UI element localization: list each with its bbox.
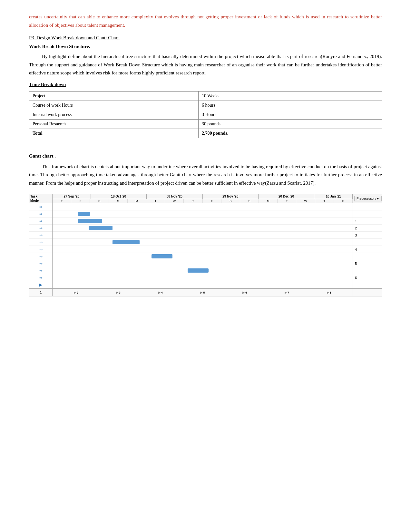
gantt-mode-icon: ⇒: [29, 267, 53, 274]
gantt-row: ⇒3: [29, 232, 382, 239]
breakdown-label: Project: [29, 91, 199, 101]
gantt-row: ⇒: [29, 253, 382, 260]
gantt-timeline-cell: [53, 246, 353, 253]
gantt-bar: [78, 219, 102, 223]
gantt-date-header: 29 Nov '20: [203, 194, 259, 199]
predecessors-label: Predecessors: [357, 197, 376, 200]
gantt-row: ⇒6: [29, 274, 382, 281]
gantt-day-cell: W: [296, 199, 315, 203]
breakdown-value: 3 Hours: [199, 110, 382, 119]
gantt-day-cell: F: [203, 199, 221, 203]
gantt-day-cell: W: [165, 199, 184, 203]
gantt-predecessor-cell: [353, 203, 382, 210]
gantt-predecessor-cell: 3: [353, 232, 382, 239]
gantt-timeline-cell: [53, 260, 353, 267]
gantt-date-header: 10 Jan '21: [314, 194, 353, 199]
gantt-bar: [78, 212, 90, 216]
gantt-timeline-cell: [53, 210, 353, 218]
gantt-mode-icon: ⇒: [29, 210, 53, 218]
gantt-mode-icon: ⇒: [29, 239, 53, 246]
gantt-timeline-cell: [53, 203, 353, 210]
gantt-predecessor-cell: 2: [353, 225, 382, 232]
gantt-row: ⇒: [29, 267, 382, 274]
gantt-predecessor-cell: 6: [353, 274, 382, 281]
breakdown-label: Personal Resaerch: [29, 119, 199, 129]
gantt-day-cell: S: [109, 199, 128, 203]
gantt-task-label: Task: [30, 195, 51, 198]
gantt-timeline-cell: [53, 239, 353, 246]
gantt-predecessor-cell: [353, 281, 382, 288]
gantt-predecessor-cell: [353, 253, 382, 260]
gantt-day-cell: F: [334, 199, 353, 203]
wbs-heading: Work Break Down Structure.: [29, 44, 382, 49]
gantt-row: ⇒: [29, 239, 382, 246]
gantt-bar: [89, 226, 113, 230]
gantt-date-header: 08 Nov '20: [147, 194, 202, 199]
gantt-row: ⇒4: [29, 246, 382, 253]
gantt-bottom-marker: ▶ 4: [158, 291, 163, 294]
gantt-mode-icon: ⇒: [29, 274, 53, 281]
gantt-date-header: 20 Dec '20: [259, 194, 314, 199]
gantt-chart: Task Mode 27 Sep '2018 Oct '2008 Nov '20…: [29, 194, 382, 296]
gantt-predecessor-cell: [353, 239, 382, 246]
gantt-row: ▶: [29, 281, 382, 288]
gantt-heading: Gantt chart .: [29, 153, 382, 159]
breakdown-label: Total: [29, 129, 199, 138]
gantt-timeline-cell: [53, 281, 353, 288]
gantt-day-cell: M: [259, 199, 278, 203]
gantt-mode-icon: ⇒: [29, 232, 53, 239]
wbs-paragraph: By highlight define about the hierarchic…: [29, 53, 382, 77]
gantt-day-cell: T: [278, 199, 296, 203]
gantt-body: ⇒⇒⇒1⇒2⇒3⇒⇒4⇒⇒5⇒⇒6▶: [29, 203, 382, 288]
gantt-bottom-marker: ▶ 3: [116, 291, 121, 294]
breakdown-value: 30 pounds: [199, 119, 382, 129]
gantt-timeline-cell: [53, 274, 353, 281]
gantt-predecessor-cell: 1: [353, 218, 382, 225]
gantt-bottom-marker: ▶ 8: [327, 291, 331, 294]
intro-red-paragraph: creates uncertainity that can able to en…: [29, 13, 382, 29]
gantt-mode-icon: ⇒: [29, 203, 53, 210]
gantt-row: ⇒5: [29, 260, 382, 267]
gantt-timeline-cell: [53, 218, 353, 225]
p3-heading: P3. Design Work Break down and Gantt Cha…: [29, 35, 382, 41]
gantt-bottom-marker: ▶ 6: [242, 291, 247, 294]
gantt-mode-icon: ⇒: [29, 218, 53, 225]
breakdown-value: 10 Weeks: [199, 91, 382, 101]
gantt-bottom-marker: ▶ 5: [200, 291, 205, 294]
gantt-day-cell: S: [221, 199, 240, 203]
time-breakdown-table: Project10 WeeksCourse of work Hours6 hou…: [29, 91, 382, 138]
gantt-mode-icon: ⇒: [29, 260, 53, 267]
gantt-day-cell: T: [53, 199, 71, 203]
time-breakdown-heading: Time Break down: [29, 82, 382, 87]
gantt-timeline-cell: [53, 267, 353, 274]
predecessors-button[interactable]: Predecessors ▼: [354, 196, 382, 201]
gantt-predecessor-cell: 4: [353, 246, 382, 253]
gantt-row: ⇒1: [29, 218, 382, 225]
gantt-timeline-cell: [53, 232, 353, 239]
gantt-mode-icon: ▶: [29, 281, 53, 288]
gantt-row: ⇒2: [29, 225, 382, 232]
gantt-paragraph: This framework of chart is depicts about…: [29, 163, 382, 188]
gantt-day-cell: T: [146, 199, 165, 203]
gantt-bottom-start: 1: [40, 291, 42, 295]
gantt-date-header: 18 Oct '20: [91, 194, 147, 199]
gantt-day-cell: S: [90, 199, 109, 203]
breakdown-value: 6 hours: [199, 101, 382, 110]
gantt-timeline-cell: [53, 253, 353, 260]
gantt-day-cell: M: [128, 199, 146, 203]
gantt-bar: [152, 254, 172, 258]
gantt-timeline-cell: [53, 225, 353, 232]
gantt-day-cell: F: [71, 199, 90, 203]
breakdown-label: Course of work Hours: [29, 101, 199, 110]
gantt-bottom-marker: ▶ 7: [285, 291, 289, 294]
gantt-predecessor-cell: [353, 267, 382, 274]
gantt-bar: [188, 268, 209, 273]
gantt-bar: [113, 240, 140, 244]
gantt-day-cell: T: [184, 199, 202, 203]
gantt-mode-icon: ⇒: [29, 246, 53, 253]
gantt-row: ⇒: [29, 203, 382, 210]
breakdown-value: 2,700 pounds.: [199, 129, 382, 138]
breakdown-label: Internal work process: [29, 110, 199, 119]
predecessors-dropdown-icon[interactable]: ▼: [376, 197, 379, 200]
gantt-day-cell: T: [315, 199, 334, 203]
